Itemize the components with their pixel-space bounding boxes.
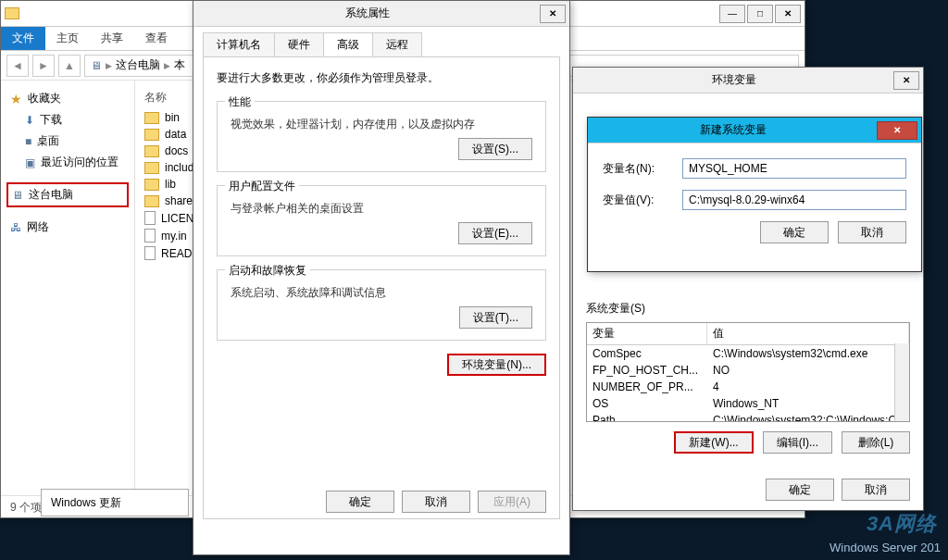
startup-desc: 系统启动、系统故障和调试信息 <box>231 285 536 301</box>
folder-icon <box>144 112 159 124</box>
ribbon-tab-home[interactable]: 主页 <box>45 27 90 50</box>
chevron-right-icon: ▶ <box>164 61 170 70</box>
file-icon <box>144 229 156 243</box>
ok-button[interactable]: 确定 <box>760 221 829 243</box>
folder-icon <box>5 7 19 19</box>
tab-remote[interactable]: 远程 <box>372 32 422 56</box>
sidebar-downloads[interactable]: ⬇下载 <box>6 109 129 131</box>
back-button[interactable]: ◄ <box>6 55 29 77</box>
table-row[interactable]: ComSpecC:\Windows\system32\cmd.exe <box>587 345 909 362</box>
scrollbar[interactable] <box>894 343 909 421</box>
envvars-title: 环境变量 <box>577 72 892 88</box>
sidebar-thispc[interactable]: 🖥这台电脑 <box>6 182 129 207</box>
newvar-body: 变量名(N): 变量值(V): 确定 取消 <box>588 143 921 258</box>
var-value-input[interactable] <box>682 190 906 210</box>
os-watermark: Windows Server 201 <box>830 541 941 554</box>
desktop-icon: ■ <box>25 135 31 148</box>
system-vars-buttons: 新建(W)... 编辑(I)... 删除(L) <box>586 431 910 454</box>
sidebar-recent[interactable]: ▣最近访问的位置 <box>6 152 129 173</box>
ribbon-tab-file[interactable]: 文件 <box>1 27 45 50</box>
chevron-right-icon: ▶ <box>106 61 112 70</box>
windows-update-label: Windows 更新 <box>51 495 121 511</box>
cancel-button[interactable]: 取消 <box>842 479 910 501</box>
system-vars-label: 系统变量(S) <box>586 301 910 317</box>
pc-icon: 🖥 <box>91 59 102 72</box>
tab-advanced[interactable]: 高级 <box>323 32 373 56</box>
new-button[interactable]: 新建(W)... <box>674 431 753 454</box>
envvars-titlebar: 环境变量 ✕ <box>573 68 923 93</box>
performance-desc: 视觉效果，处理器计划，内存使用，以及虚拟内存 <box>231 117 536 132</box>
newvar-title: 新建系统变量 <box>592 122 875 138</box>
up-button[interactable]: ▲ <box>58 55 81 77</box>
table-row[interactable]: FP_NO_HOST_CH...NO <box>587 362 909 379</box>
system-properties-window: 系统属性 ✕ 计算机名 硬件 高级 远程 要进行大多数更改，你必须作为管理员登录… <box>193 0 570 555</box>
logo-watermark: 3A网络 <box>867 510 937 538</box>
download-icon: ⬇ <box>25 114 34 127</box>
col-variable[interactable]: 变量 <box>587 323 707 344</box>
path-segment-drive[interactable]: 本 <box>174 57 185 73</box>
folder-icon <box>144 162 159 174</box>
pc-icon: 🖥 <box>12 189 23 202</box>
envvars-footer: 确定 取消 <box>766 479 910 501</box>
environment-variables-button[interactable]: 环境变量(N)... <box>447 354 546 376</box>
table-row[interactable]: NUMBER_OF_PR...4 <box>587 379 909 395</box>
sysprops-body: 要进行大多数更改，你必须作为管理员登录。 性能 视觉效果，处理器计划，内存使用，… <box>203 56 560 519</box>
sysprops-footer: 确定 取消 应用(A) <box>326 491 546 513</box>
profile-settings-button[interactable]: 设置(E)... <box>458 222 532 244</box>
file-icon <box>144 211 156 225</box>
tab-computer-name[interactable]: 计算机名 <box>203 32 275 56</box>
windows-update-popup[interactable]: Windows 更新 <box>41 489 189 516</box>
path-segment-thispc[interactable]: 这台电脑 <box>116 57 160 73</box>
startup-settings-button[interactable]: 设置(T)... <box>459 306 532 329</box>
cancel-button[interactable]: 取消 <box>402 491 470 513</box>
sysprops-titlebar: 系统属性 ✕ <box>193 1 569 27</box>
profile-label: 用户配置文件 <box>225 179 299 194</box>
performance-label: 性能 <box>225 94 255 110</box>
file-icon <box>144 246 156 260</box>
user-profile-section: 用户配置文件 与登录帐户相关的桌面设置 设置(E)... <box>217 185 546 256</box>
delete-button[interactable]: 删除(L) <box>842 431 910 454</box>
ribbon-tab-view[interactable]: 查看 <box>134 27 179 50</box>
close-button[interactable]: ✕ <box>540 5 566 23</box>
star-icon: ★ <box>10 92 22 106</box>
sidebar-network[interactable]: 🖧网络 <box>6 217 129 238</box>
folder-icon <box>144 129 159 141</box>
forward-button[interactable]: ► <box>32 55 55 77</box>
apply-button[interactable]: 应用(A) <box>478 491 546 513</box>
startup-section: 启动和故障恢复 系统启动、系统故障和调试信息 设置(T)... <box>217 269 546 341</box>
folder-icon <box>144 195 159 207</box>
close-button[interactable]: ✕ <box>775 5 801 23</box>
admin-intro-text: 要进行大多数更改，你必须作为管理员登录。 <box>217 70 546 86</box>
sysprops-title: 系统属性 <box>197 6 538 21</box>
new-system-variable-dialog: 新建系统变量 ✕ 变量名(N): 变量值(V): 确定 取消 <box>587 117 922 272</box>
cancel-button[interactable]: 取消 <box>838 221 906 243</box>
table-row[interactable]: PathC:\Windows\system32;C:\Windows;C:\Wi… <box>587 412 909 422</box>
profile-desc: 与登录帐户相关的桌面设置 <box>231 201 536 217</box>
startup-label: 启动和故障恢复 <box>225 263 310 279</box>
sidebar-favorites[interactable]: ★收藏夹 <box>6 88 129 109</box>
tab-hardware[interactable]: 硬件 <box>274 32 324 56</box>
var-name-label: 变量名(N): <box>603 161 673 177</box>
col-value[interactable]: 值 <box>707 323 909 344</box>
ok-button[interactable]: 确定 <box>326 491 394 513</box>
var-name-input[interactable] <box>682 158 906 179</box>
sidebar-desktop[interactable]: ■桌面 <box>6 131 129 152</box>
newvar-titlebar: 新建系统变量 ✕ <box>588 118 921 143</box>
folder-icon <box>144 145 159 157</box>
system-vars-table: 变量 值 ComSpecC:\Windows\system32\cmd.exe … <box>586 322 910 422</box>
edit-button[interactable]: 编辑(I)... <box>763 431 832 454</box>
ok-button[interactable]: 确定 <box>766 479 834 501</box>
performance-section: 性能 视觉效果，处理器计划，内存使用，以及虚拟内存 设置(S)... <box>217 101 546 172</box>
close-button[interactable]: ✕ <box>893 71 919 90</box>
var-value-label: 变量值(V): <box>603 193 673 208</box>
performance-settings-button[interactable]: 设置(S)... <box>458 138 532 160</box>
table-row[interactable]: OSWindows_NT <box>587 395 909 412</box>
ribbon-tab-share[interactable]: 共享 <box>90 27 134 50</box>
folder-icon: ▣ <box>25 156 35 169</box>
sysprops-tabs: 计算机名 硬件 高级 远程 <box>193 27 569 56</box>
maximize-button[interactable]: □ <box>747 5 773 23</box>
folder-icon <box>144 179 159 191</box>
minimize-button[interactable]: — <box>719 5 745 23</box>
close-button[interactable]: ✕ <box>877 121 917 140</box>
env-var-row: 环境变量(N)... <box>217 354 546 376</box>
